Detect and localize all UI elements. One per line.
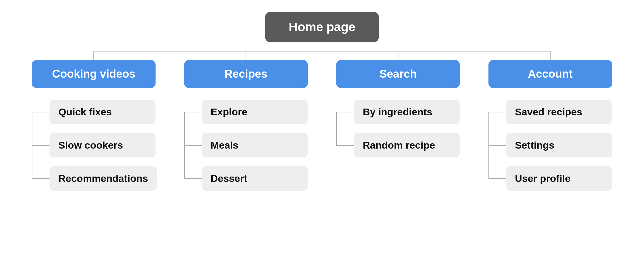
horizontal-connector-line: [184, 178, 202, 179]
sub-items-cooking-videos: Quick fixesSlow cookersRecommendations: [32, 100, 156, 200]
item-cooking-videos-2: Recommendations: [49, 166, 157, 191]
list-item: Dessert: [184, 166, 308, 191]
diagram: Home page Cooking videosQuick fixesSlow …: [0, 0, 644, 266]
category-header-recipes: Recipes: [184, 60, 308, 88]
item-cooking-videos-0: Quick fixes: [49, 100, 156, 124]
horizontal-connector-line: [32, 145, 49, 146]
list-item: Explore: [184, 100, 308, 124]
item-account-1: Settings: [506, 133, 612, 157]
item-recipes-1: Meals: [202, 133, 308, 157]
horizontal-connector-line: [336, 145, 354, 146]
category-header-cooking-videos: Cooking videos: [32, 60, 156, 88]
list-item: Saved recipes: [488, 100, 612, 124]
list-item: Settings: [488, 133, 612, 157]
list-item: User profile: [488, 166, 612, 191]
horizontal-connector-line: [488, 112, 506, 112]
item-account-0: Saved recipes: [506, 100, 612, 124]
item-account-2: User profile: [506, 166, 612, 191]
horizontal-connector-line: [336, 112, 354, 112]
horizontal-connector-line: [488, 145, 506, 146]
list-item: By ingredients: [336, 100, 460, 124]
list-item: Recommendations: [32, 166, 156, 191]
horizontal-connector-line: [488, 178, 506, 179]
horizontal-connector-line: [184, 112, 202, 112]
root-label: Home page: [289, 20, 355, 34]
column-recipes: RecipesExploreMealsDessert: [170, 60, 322, 200]
category-header-search: Search: [336, 60, 460, 88]
category-header-account: Account: [488, 60, 612, 88]
sub-items-recipes: ExploreMealsDessert: [184, 100, 308, 200]
column-cooking-videos: Cooking videosQuick fixesSlow cookersRec…: [18, 60, 170, 200]
list-item: Quick fixes: [32, 100, 156, 124]
list-item: Meals: [184, 133, 308, 157]
columns-container: Cooking videosQuick fixesSlow cookersRec…: [0, 60, 644, 200]
list-item: Random recipe: [336, 133, 460, 157]
item-cooking-videos-1: Slow cookers: [49, 133, 156, 157]
sub-items-search: By ingredientsRandom recipe: [336, 100, 460, 166]
item-search-1: Random recipe: [354, 133, 460, 157]
item-search-0: By ingredients: [354, 100, 460, 124]
column-search: SearchBy ingredientsRandom recipe: [322, 60, 474, 200]
root-node: Home page: [265, 12, 379, 42]
column-account: AccountSaved recipesSettingsUser profile: [474, 60, 627, 200]
item-recipes-0: Explore: [202, 100, 308, 124]
horizontal-connector-line: [32, 112, 49, 112]
horizontal-connector-line: [32, 178, 49, 179]
horizontal-connector-line: [184, 145, 202, 146]
item-recipes-2: Dessert: [202, 166, 308, 191]
sub-items-account: Saved recipesSettingsUser profile: [488, 100, 612, 200]
list-item: Slow cookers: [32, 133, 156, 157]
